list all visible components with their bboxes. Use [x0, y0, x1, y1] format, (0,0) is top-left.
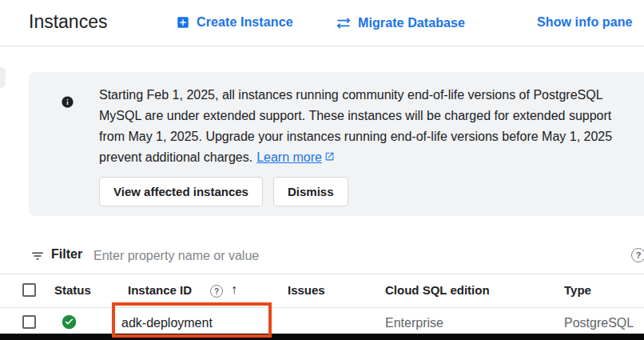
banner-line: prevent additional charges.Learn more — [99, 147, 612, 168]
page-title: Instances — [29, 11, 107, 33]
column-header-type[interactable]: Type — [564, 283, 591, 297]
edition-cell: Enterprise — [385, 316, 443, 330]
row-checkbox[interactable] — [22, 315, 36, 329]
banner-actions: View affected instances Dismiss — [99, 177, 348, 206]
help-glyph: ? — [636, 250, 642, 260]
sort-ascending-icon[interactable]: ↑ — [231, 282, 237, 297]
banner-line: from May 1, 2025. Upgrade your instances… — [99, 126, 612, 147]
add-instance-icon — [176, 15, 190, 30]
create-instance-label: Create Instance — [197, 15, 293, 30]
view-affected-instances-button[interactable]: View affected instances — [99, 177, 263, 206]
bottom-bar — [0, 334, 644, 340]
column-header-edition[interactable]: Cloud SQL edition — [385, 283, 490, 297]
banner-line: MySQL are under extended support. These … — [99, 106, 612, 126]
info-icon — [61, 95, 74, 109]
banner-line: Starting Feb 1, 2025, all instances runn… — [99, 85, 612, 106]
migrate-database-label: Migrate Database — [358, 16, 465, 30]
banner-line-text: prevent additional charges. — [99, 150, 252, 164]
show-info-pane-button[interactable]: Show info pane — [537, 15, 633, 30]
banner-message: Starting Feb 1, 2025, all instances runn… — [99, 85, 612, 168]
filter-icon[interactable] — [30, 249, 45, 263]
migrate-database-button[interactable]: Migrate Database — [336, 15, 465, 31]
help-icon[interactable]: ? — [210, 285, 223, 298]
status-ok-icon — [62, 314, 77, 330]
help-glyph: ? — [214, 287, 219, 296]
learn-more-label: Learn more — [256, 147, 322, 168]
learn-more-link[interactable]: Learn more — [256, 147, 335, 168]
eol-support-banner: Starting Feb 1, 2025, all instances runn… — [29, 72, 644, 216]
column-header-instance-id[interactable]: Instance ID — [128, 283, 192, 297]
filter-label[interactable]: Filter — [51, 247, 82, 262]
help-icon[interactable]: ? — [631, 248, 644, 262]
external-link-icon — [324, 147, 335, 168]
table-header: Status Instance ID ? ↑ Issues Cloud SQL … — [0, 274, 644, 307]
instance-id-link[interactable]: adk-deployment — [121, 316, 213, 330]
select-all-checkbox[interactable] — [22, 283, 36, 297]
filter-bar: Filter ? — [0, 238, 644, 274]
type-cell: PostgreSQL — [564, 316, 634, 330]
column-header-status[interactable]: Status — [54, 283, 91, 297]
dismiss-button[interactable]: Dismiss — [273, 177, 348, 206]
migrate-arrows-icon — [336, 15, 352, 31]
show-info-pane-label: Show info pane — [537, 15, 633, 30]
header-bar: Instances Create Instance Migrate Databa… — [0, 0, 644, 46]
cloud-sql-instances-page: Instances Create Instance Migrate Databa… — [0, 0, 644, 340]
filter-input[interactable] — [93, 246, 573, 266]
column-header-issues[interactable]: Issues — [288, 283, 325, 297]
left-edge-artifact — [0, 67, 6, 88]
create-instance-button[interactable]: Create Instance — [176, 15, 293, 30]
